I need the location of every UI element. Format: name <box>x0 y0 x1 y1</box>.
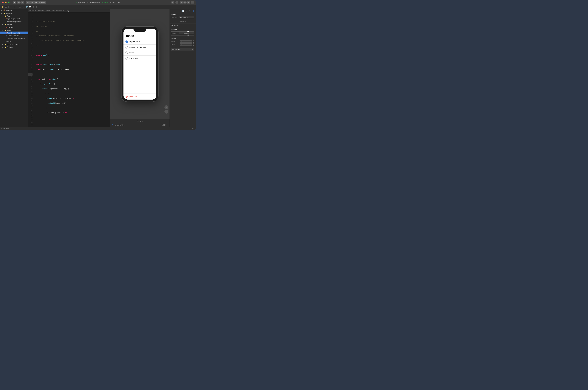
sidebar-item-tasklistview[interactable]: S TaskListView.swift <box>0 32 28 34</box>
width-increment[interactable]: ▲ <box>193 40 194 42</box>
swift-icon: S <box>6 26 7 28</box>
settings-icon[interactable]: ◫ <box>193 128 194 129</box>
add-button[interactable]: + <box>171 1 174 3</box>
sidebar-item-appdelegate[interactable]: S AppDelegate.swift <box>0 17 28 20</box>
close-button[interactable] <box>2 1 3 3</box>
inspector-diamond-icon[interactable]: ◆ <box>192 10 195 12</box>
width-value-box[interactable]: 20 <box>180 41 192 43</box>
preview-live-btn[interactable]: ◎ <box>165 105 168 109</box>
code-content[interactable]: 12345 678910 1112131415 1617181920 21222… <box>28 13 110 127</box>
layout-btn4[interactable]: ⊡ <box>191 1 194 3</box>
scheme-name: MakeItSo <box>27 2 33 3</box>
success-label: Succeeded <box>100 2 108 3</box>
inspector-title: Image <box>171 14 194 15</box>
task-checkbox-3[interactable] <box>126 51 128 54</box>
comment-icon[interactable]: 💬 <box>29 5 31 8</box>
warning-icon[interactable]: ⚠ <box>18 5 21 8</box>
list-icon[interactable]: ☰ <box>4 5 7 8</box>
height-decrement[interactable]: ▼ <box>193 45 194 46</box>
panel-toggle[interactable]: ▥ <box>17 1 21 3</box>
sidebar-item-products[interactable]: ▸ 📁 Products <box>0 46 28 49</box>
sidebar-item-preview-content[interactable]: ▸ 📁 Preview Content <box>0 43 28 46</box>
info-icon[interactable]: ⓘ <box>191 128 193 129</box>
task-checkbox-4[interactable] <box>126 57 128 59</box>
sidebar-item-app[interactable]: ▾ 📁 App <box>0 15 28 17</box>
scheme-selector[interactable]: MakeItSo › iPhone 11 Pro <box>26 1 46 4</box>
sidebar-item-makeitso[interactable]: ▾ 📁 MakeItSo <box>0 12 28 15</box>
sidebar-item-infoplist[interactable]: P Info.plist <box>0 40 28 43</box>
padding-value-box[interactable]: - Inherited ⌄ <box>179 32 194 34</box>
new-task-button[interactable]: ⊕ <box>126 95 128 98</box>
width-decrement[interactable]: ▼ <box>193 42 194 43</box>
sidebar-label: Info.plist <box>7 41 13 42</box>
sidebar-label: MakeItSo <box>6 12 12 14</box>
task-checkbox-2[interactable] <box>126 46 128 49</box>
nav-icon: ⚑ <box>112 124 113 126</box>
breadcrumb-sep: › <box>45 10 45 12</box>
task-checkbox-1[interactable]: ✓ <box>126 41 128 43</box>
split-editor[interactable]: ⊞ <box>32 5 35 8</box>
history-forward[interactable]: › <box>13 5 16 8</box>
zoom-in[interactable]: + <box>167 124 168 126</box>
system-name-value: plus.circle.fill <box>180 17 188 18</box>
code-editor: MakeItSo › MakeItSo › Views › TaskListVi… <box>28 9 110 127</box>
padding-value: Inherited <box>183 33 189 34</box>
inspector-gear-icon[interactable]: ⚙ <box>189 10 191 12</box>
more-icon[interactable]: ⊟ <box>35 5 38 8</box>
inspector-file-icon[interactable]: 📄 <box>182 10 184 12</box>
sidebar-label: Models <box>7 24 12 25</box>
link-icon[interactable]: 🔗 <box>25 5 28 8</box>
sidebar-item-scenedelegate[interactable]: S SceneDelegate.swift <box>0 20 28 23</box>
task-item-1[interactable]: ✓ Implement UI <box>124 39 156 45</box>
chevron-down-icon: ▾ <box>2 29 4 31</box>
panel-toggle2[interactable]: ▤ <box>21 1 24 3</box>
breadcrumb-item: MakeItSo <box>38 10 44 12</box>
filter-icon[interactable]: 🔍 <box>3 128 5 129</box>
task-item-4[interactable]: PROFIT!!! <box>124 55 156 61</box>
history-back[interactable]: ‹ <box>10 5 13 8</box>
height-value-box[interactable]: 20 <box>180 44 192 46</box>
sidebar-item-views[interactable]: ▾ 📁 Views <box>0 29 28 32</box>
sidebar-label: AppDelegate.swift <box>7 18 20 20</box>
add-file-btn[interactable]: + <box>1 128 2 129</box>
preview-inspect-btn[interactable]: ⊡ <box>165 110 168 114</box>
padding-slider-bottom <box>171 35 194 36</box>
layout-btn1[interactable]: ⊟ <box>180 1 183 3</box>
inspector-help-icon[interactable]: ? <box>185 10 188 12</box>
source-control[interactable]: ⤴ <box>175 1 178 3</box>
padding-minus: - <box>180 33 180 34</box>
sidebar-item-launchscreen[interactable]: ◻ LaunchScreen.storyboard <box>0 37 28 40</box>
sidebar-item-task-swift[interactable]: S Task.swift <box>0 26 28 29</box>
inspector-toolbar: 📄 ? ⚙ ◆ <box>170 9 196 13</box>
toolbar: 📁 ☰ ‹ › ⚠ △ 🔗 💬 ⊞ ⊟ <box>0 5 196 9</box>
slider-top[interactable] <box>171 31 194 32</box>
code-text[interactable]: // // ContentView.swift // MakeItSo // /… <box>33 13 110 127</box>
sidebar-item-models[interactable]: ▾ 📁 Models <box>0 23 28 26</box>
maximize-button[interactable] <box>8 1 9 3</box>
triangle-icon[interactable]: △ <box>22 5 25 8</box>
breadcrumb-sep: › <box>37 10 37 12</box>
chevron-down-icon: ▾ <box>1 10 3 11</box>
layout-btn2[interactable]: ⊟ <box>183 1 187 3</box>
preview-content: Tasks ✓ Implement UI Connect to Firebase <box>110 9 169 119</box>
folder-icon[interactable]: 📁 <box>1 5 4 8</box>
breadcrumb-item: TaskListView.swift <box>51 10 64 12</box>
new-task-label: New Task <box>129 96 137 98</box>
chevron-right-icon: ▸ <box>2 44 4 45</box>
sidebar-item-assets[interactable]: ⊞ Assets.xcassets <box>0 34 28 37</box>
run-button[interactable]: ▶ <box>13 1 16 4</box>
folder-icon: 📁 <box>4 15 6 17</box>
sidebar-item-makeitso-root[interactable]: ▾ 📦 MakeItSo <box>0 9 28 12</box>
task-item-3[interactable]: ???? <box>124 50 156 55</box>
layout-btn3[interactable]: ⊞ <box>187 1 190 3</box>
system-name-field[interactable]: plus.circle.fill <box>179 16 194 18</box>
slider-bottom[interactable] <box>171 35 194 36</box>
width-label: Width <box>171 41 178 42</box>
padding-section: Padding Padding - Inherited ⌄ <box>170 28 196 37</box>
system-name-row: Syst...ame plus.circle.fill <box>171 16 194 18</box>
add-modifier-button[interactable]: Add Modifier ▼ <box>171 48 194 51</box>
height-increment[interactable]: ▲ <box>193 43 194 45</box>
zoom-out[interactable]: − <box>161 124 162 126</box>
minimize-button[interactable] <box>5 1 6 3</box>
task-item-2[interactable]: Connect to Firebase <box>124 45 156 50</box>
